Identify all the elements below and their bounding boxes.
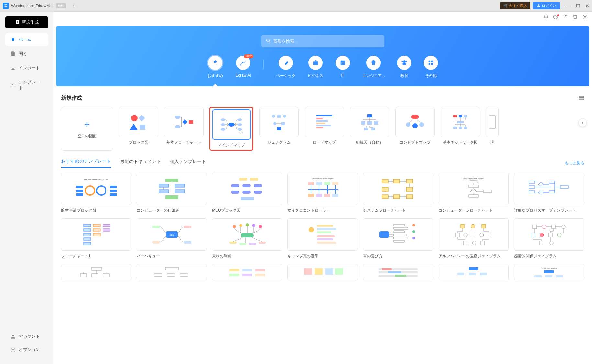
svg-text:BBQ: BBQ	[169, 234, 174, 236]
user-icon	[537, 4, 541, 8]
grid-template[interactable]: 車の選び方	[363, 218, 433, 259]
help-icon[interactable]	[553, 14, 558, 21]
svg-rect-106	[406, 195, 413, 199]
see-more-link[interactable]: もっと見る	[565, 160, 584, 166]
tab-recent[interactable]: 最近のドキュメント	[120, 159, 161, 167]
grid-template[interactable]	[212, 264, 282, 283]
gear-icon[interactable]	[582, 14, 587, 21]
grid-template[interactable]: キャンプ賞の基準	[287, 218, 358, 259]
bell-icon[interactable]	[543, 14, 549, 21]
svg-rect-148	[317, 235, 335, 237]
view-toggle-icon[interactable]	[578, 95, 584, 102]
sidebar-item-template[interactable]: テンプレート	[5, 76, 48, 94]
template-concept-map[interactable]: コンセプトマップ	[395, 107, 435, 151]
category-education[interactable]: 教育	[397, 56, 411, 79]
grid-template[interactable]: 詳細なプロセスマップテンプレート	[514, 173, 584, 213]
grid-template[interactable]: Business Model and Product Line航空事業ブロック図	[61, 173, 131, 213]
sidebar-item-open[interactable]: 開く	[5, 48, 48, 60]
svg-rect-74	[110, 193, 117, 196]
svg-rect-42	[316, 115, 332, 116]
grid-template[interactable]: BBQバーベキュー	[137, 218, 207, 259]
category-other[interactable]: その他	[424, 56, 438, 79]
svg-rect-153	[393, 227, 408, 229]
tab-recommended[interactable]: おすすめのテンプレート	[61, 159, 111, 168]
minimize-button[interactable]: —	[566, 3, 571, 8]
shop-icon[interactable]	[573, 14, 578, 21]
grid-template[interactable]: Computer Flowchart Templateコンピューターフローチャー…	[439, 173, 509, 213]
svg-rect-209	[480, 273, 487, 275]
grid-template[interactable]	[439, 264, 509, 283]
grid-template[interactable]: Microcontroller Block Diagramマイクロコントローラー	[287, 173, 358, 213]
new-tab-button[interactable]: +	[73, 3, 75, 9]
svg-rect-171	[481, 241, 485, 245]
svg-rect-114	[529, 191, 535, 193]
search-box[interactable]	[261, 35, 384, 47]
svg-rect-208	[469, 273, 476, 275]
template-genogram[interactable]: ジェノグラム	[259, 107, 299, 151]
blank-canvas-card[interactable]: + 空白の図面	[61, 107, 113, 151]
grid-template[interactable]: アルツハイマーの医療ジェノグラム	[439, 218, 509, 259]
grid-template[interactable]: フローチャート1	[61, 218, 131, 259]
grid-template[interactable]	[287, 264, 358, 283]
svg-rect-147	[317, 231, 331, 233]
sidebar-item-account[interactable]: アカウント	[5, 330, 48, 343]
svg-rect-97	[324, 194, 330, 197]
category-engineer[interactable]: エンジニア...	[362, 56, 385, 79]
grid-template[interactable]: 果物の利点	[212, 218, 282, 259]
grid-template[interactable]: 感情的関係ジェノグラム	[514, 218, 584, 259]
category-it[interactable]: IT IT	[336, 56, 350, 79]
maximize-button[interactable]: ☐	[576, 3, 580, 8]
svg-rect-176	[531, 233, 535, 237]
svg-rect-79	[175, 190, 185, 193]
svg-rect-3	[12, 84, 13, 85]
svg-rect-130	[152, 226, 160, 228]
grid-template[interactable]	[61, 264, 131, 283]
grid-template[interactable]: コンピューターの仕組み	[137, 173, 207, 213]
template-basic-flowchart[interactable]: 基本フローチャート	[164, 107, 204, 151]
svg-rect-182	[92, 267, 101, 270]
grid-template[interactable]	[363, 264, 433, 283]
new-document-button[interactable]: 新規作成	[5, 16, 48, 28]
svg-rect-14	[313, 61, 318, 65]
svg-rect-180	[539, 241, 543, 245]
apps-icon[interactable]	[563, 14, 568, 21]
svg-rect-161	[461, 224, 464, 228]
svg-point-55	[406, 122, 410, 127]
grid-template[interactable]: システムフローチャート	[363, 173, 433, 213]
category-recommended[interactable]: おすすめ	[207, 56, 223, 79]
template-org-chart[interactable]: 組織図（自動）	[350, 107, 389, 151]
sidebar-item-import[interactable]: インポート	[5, 62, 48, 74]
grid-template[interactable]: Organization Structure	[514, 264, 584, 283]
svg-rect-134	[241, 233, 254, 237]
svg-point-34	[238, 123, 242, 126]
scroll-right-button[interactable]: ›	[578, 118, 587, 127]
login-button[interactable]: ログイン	[533, 2, 560, 9]
svg-point-24	[131, 115, 138, 121]
grid-template[interactable]	[137, 264, 207, 283]
category-business[interactable]: ビジネス	[308, 56, 323, 79]
category-edraw-ai[interactable]: HOT Edraw AI	[235, 56, 251, 79]
svg-rect-43	[316, 118, 323, 119]
sidebar-item-home[interactable]: ホーム	[5, 33, 48, 46]
template-roadmap[interactable]: ロードマップ	[305, 107, 344, 151]
svg-rect-117	[560, 186, 568, 188]
svg-rect-17	[428, 61, 430, 62]
svg-rect-44	[316, 120, 328, 122]
sidebar-item-options[interactable]: オプション	[5, 344, 48, 356]
svg-rect-48	[367, 114, 372, 117]
template-mindmap[interactable]: マインドマップ	[209, 107, 253, 151]
svg-rect-203	[382, 268, 392, 270]
tab-personal[interactable]: 個人テンプレート	[170, 159, 206, 167]
svg-rect-178	[548, 233, 552, 237]
buy-now-button[interactable]: 🛒 今すぐ購入	[500, 2, 530, 9]
svg-rect-132	[184, 226, 191, 228]
svg-rect-23	[579, 99, 584, 100]
search-input[interactable]	[273, 39, 380, 44]
category-basic[interactable]: ベーシック	[276, 56, 296, 79]
close-button[interactable]: ✕	[586, 3, 589, 8]
grid-template[interactable]: MCUブロック図	[212, 173, 282, 213]
template-network[interactable]: 基本ネットワーク図	[441, 107, 480, 151]
template-ui[interactable]: UI	[486, 107, 499, 151]
template-block-diagram[interactable]: ブロック図	[119, 107, 158, 151]
svg-rect-146	[317, 228, 336, 230]
